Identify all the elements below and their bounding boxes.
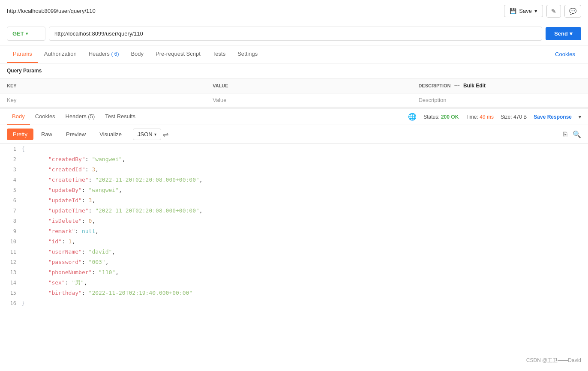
fmt-tab-visualize[interactable]: Visualize bbox=[93, 129, 128, 140]
method-select[interactable]: GET ▾ bbox=[7, 27, 45, 41]
tab-tests[interactable]: Tests bbox=[207, 45, 231, 63]
col-header-key: KEY bbox=[0, 78, 206, 93]
code-editor: 1{2 "createdBy": "wangwei",3 "createdId"… bbox=[0, 144, 588, 371]
tab-authorization[interactable]: Authorization bbox=[38, 45, 83, 63]
fmt-tab-pretty[interactable]: Pretty bbox=[7, 129, 33, 140]
code-line: 5 "updateBy": "wangwei", bbox=[0, 185, 588, 195]
more-icon[interactable]: ··· bbox=[454, 82, 460, 90]
format-bar: Pretty Raw Preview Visualize JSON ▾ ⇌ ⎘ … bbox=[0, 125, 588, 144]
request-tabs-bar: Params Authorization Headers ( 6) Body P… bbox=[0, 45, 588, 63]
url-input[interactable] bbox=[49, 27, 542, 41]
col-header-value: VALUE bbox=[206, 78, 411, 93]
key-input-placeholder[interactable]: Key bbox=[7, 97, 16, 103]
code-line: 8 "isDelete": 0, bbox=[0, 216, 588, 226]
time-value: 49 ms bbox=[480, 114, 494, 120]
response-status-bar: 🌐 Status: 200 OK Time: 49 ms Size: 470 B… bbox=[408, 113, 581, 121]
save-icon: 💾 bbox=[510, 8, 516, 14]
tab-cookies[interactable]: Cookies bbox=[549, 46, 581, 63]
response-section: Body Cookies Headers (5) Test Results 🌐 … bbox=[0, 107, 588, 371]
code-line: 12 "password": "003", bbox=[0, 257, 588, 267]
code-line: 11 "userName": "david", bbox=[0, 247, 588, 257]
col-header-desc: DESCRIPTION ··· Bulk Edit bbox=[411, 78, 588, 93]
tab-body[interactable]: Body bbox=[125, 45, 150, 63]
response-tab-headers[interactable]: Headers (5) bbox=[60, 109, 100, 125]
tab-settings[interactable]: Settings bbox=[231, 45, 264, 63]
json-chevron: ▾ bbox=[154, 132, 156, 137]
tab-params[interactable]: Params bbox=[7, 45, 38, 63]
format-json-select[interactable]: JSON ▾ bbox=[133, 129, 161, 140]
code-line: 3 "createdId": 3, bbox=[0, 165, 588, 175]
tab-pre-request[interactable]: Pre-request Script bbox=[150, 45, 207, 63]
code-line: 10 "id": 1, bbox=[0, 236, 588, 247]
params-table: KEY VALUE DESCRIPTION ··· Bulk Edit Key … bbox=[0, 78, 588, 107]
method-label: GET bbox=[12, 30, 24, 37]
size-value: 470 B bbox=[513, 114, 527, 120]
save-response-button[interactable]: Save Response bbox=[534, 114, 572, 120]
response-tabs-bar: Body Cookies Headers (5) Test Results 🌐 … bbox=[0, 109, 588, 125]
code-line: 6 "updateId": 3, bbox=[0, 195, 588, 206]
response-tab-test-results[interactable]: Test Results bbox=[100, 109, 141, 125]
bulk-edit-button[interactable]: Bulk Edit bbox=[463, 83, 486, 89]
code-line: 15 "birthday": "2022-11-20T02:19:40.000+… bbox=[0, 288, 588, 298]
code-line: 1{ bbox=[0, 144, 588, 154]
watermark: CSDN @王卫——David bbox=[526, 357, 581, 364]
top-bar-actions: 💾 Save ▾ ✎ 💬 bbox=[504, 5, 581, 18]
url-bar: GET ▾ Send ▾ bbox=[0, 22, 588, 45]
response-tabs-left: Body Cookies Headers (5) Test Results bbox=[7, 109, 141, 125]
value-input-placeholder[interactable]: Value bbox=[213, 97, 226, 103]
code-line: 9 "remark": null, bbox=[0, 226, 588, 236]
status-value: 200 OK bbox=[441, 114, 459, 120]
format-right-actions: ⎘ 🔍 bbox=[563, 130, 581, 138]
copy-icon[interactable]: ⎘ bbox=[563, 131, 567, 138]
code-line: 13 "phoneNumber": "110", bbox=[0, 267, 588, 278]
edit-icon-button[interactable]: ✎ bbox=[546, 5, 561, 18]
save-response-chevron: ▾ bbox=[579, 114, 581, 120]
fmt-tab-raw[interactable]: Raw bbox=[35, 129, 58, 140]
query-params-title: Query Params bbox=[0, 63, 588, 78]
response-tab-cookies[interactable]: Cookies bbox=[30, 109, 60, 125]
code-line: 16} bbox=[0, 298, 588, 308]
send-dropdown-icon: ▾ bbox=[570, 30, 573, 37]
fmt-tab-preview[interactable]: Preview bbox=[60, 129, 92, 140]
top-bar: http://localhost:8099/user/query/110 💾 S… bbox=[0, 0, 588, 22]
request-tabs-left: Params Authorization Headers ( 6) Body P… bbox=[7, 45, 264, 63]
save-dropdown-icon: ▾ bbox=[534, 8, 537, 14]
format-tabs: Pretty Raw Preview Visualize JSON ▾ ⇌ bbox=[7, 129, 168, 140]
json-format-label: JSON bbox=[138, 131, 153, 138]
page-title: http://localhost:8099/user/query/110 bbox=[7, 8, 96, 14]
code-line: 4 "createTime": "2022-11-20T02:20:08.000… bbox=[0, 175, 588, 185]
code-line: 7 "updateTime": "2022-11-20T02:20:08.000… bbox=[0, 206, 588, 216]
save-button[interactable]: 💾 Save ▾ bbox=[504, 5, 543, 17]
query-params-section: Query Params KEY VALUE DESCRIPTION ··· B… bbox=[0, 63, 588, 107]
comment-icon-button[interactable]: 💬 bbox=[564, 5, 581, 18]
desc-input-placeholder[interactable]: Description bbox=[418, 97, 446, 103]
search-icon[interactable]: 🔍 bbox=[573, 130, 581, 138]
globe-icon: 🌐 bbox=[408, 113, 417, 121]
code-line: 2 "createdBy": "wangwei", bbox=[0, 154, 588, 165]
send-button[interactable]: Send ▾ bbox=[546, 27, 581, 40]
wrap-icon[interactable]: ⇌ bbox=[163, 130, 168, 138]
method-chevron: ▾ bbox=[26, 31, 28, 36]
tab-headers[interactable]: Headers ( 6) bbox=[83, 45, 125, 63]
response-tab-body[interactable]: Body bbox=[7, 109, 30, 125]
code-line: 14 "sex": "男", bbox=[0, 278, 588, 288]
table-row: Key Value Description bbox=[0, 93, 588, 107]
